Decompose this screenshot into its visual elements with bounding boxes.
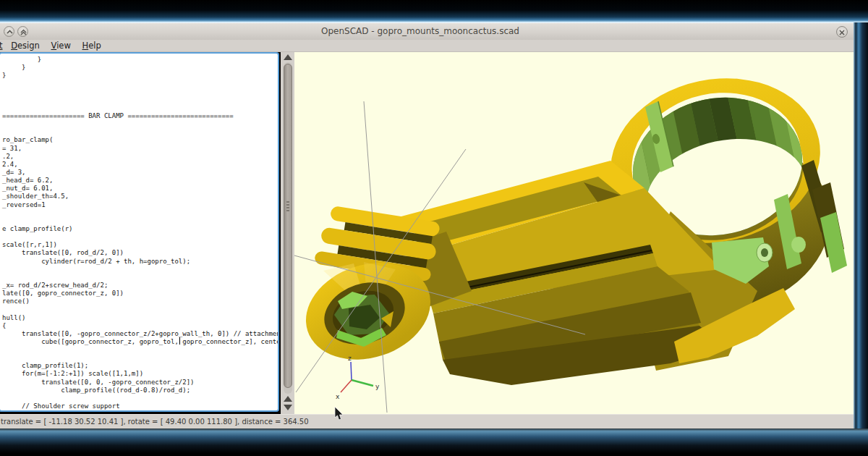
- menu-item-view[interactable]: View: [47, 40, 75, 51]
- scrollbar-handle[interactable]: [284, 64, 292, 388]
- screenshot-frame-bottom: [0, 428, 868, 456]
- 3d-viewport[interactable]: z y x: [294, 52, 854, 414]
- scroll-up-icon[interactable]: [284, 396, 292, 402]
- window-titlebar[interactable]: OpenSCAD - gopro_mounts_mooncactus.scad: [0, 22, 854, 40]
- axis-label-y: y: [375, 383, 380, 390]
- 3d-model-canvas: z y x: [294, 52, 854, 414]
- window-title: OpenSCAD - gopro_mounts_mooncactus.scad: [321, 26, 519, 36]
- close-button[interactable]: [836, 26, 848, 38]
- window-rollup-button[interactable]: [17, 26, 28, 37]
- menu-item-help[interactable]: Help: [78, 40, 106, 51]
- axis-label-x: x: [336, 393, 340, 400]
- code-editor[interactable]: } }}===================== BAR CLAMP ====…: [0, 52, 279, 412]
- menubar: t Design View Help: [0, 40, 854, 52]
- mouse-cursor-icon: [334, 407, 344, 421]
- menu-item-design[interactable]: Design: [7, 40, 44, 51]
- screenshot-frame-right: [854, 22, 868, 428]
- menu-item-partial[interactable]: t: [0, 40, 4, 51]
- axis-indicator: z y x: [336, 355, 380, 400]
- scroll-down-icon[interactable]: [284, 405, 292, 410]
- editor-scrollbar[interactable]: [281, 52, 294, 414]
- code-lines: } }}===================== BAR CLAMP ====…: [2, 56, 277, 412]
- text-caret: [179, 337, 180, 345]
- scrollbar-grip-icon: [286, 201, 289, 211]
- window-shade-button[interactable]: [4, 26, 14, 37]
- status-text: translate = [ -11.18 30.52 10.41 ], rota…: [1, 418, 309, 426]
- scroll-up-icon[interactable]: [284, 54, 292, 60]
- axis-label-z: z: [348, 355, 352, 362]
- screenshot-frame-top: [0, 0, 868, 22]
- close-icon: [837, 27, 847, 41]
- status-bar: translate = [ -11.18 30.52 10.41 ], rota…: [0, 414, 854, 428]
